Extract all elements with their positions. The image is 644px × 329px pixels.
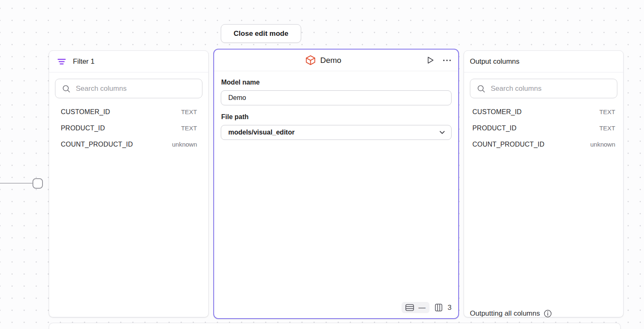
filter-panel-body: CUSTOMER_ID TEXT PRODUCT_ID TEXT COUNT_P…	[49, 79, 208, 323]
model-panel-body: Model name File path models/visual_edito…	[214, 71, 458, 318]
filter-search-input[interactable]	[76, 85, 195, 93]
model-panel-header[interactable]: Demo	[214, 50, 458, 71]
filter-lines-icon	[57, 58, 66, 65]
filter-panel-header[interactable]: Filter 1	[49, 51, 208, 72]
column-type: TEXT	[181, 125, 197, 132]
chevron-down-icon	[439, 130, 445, 135]
filter-panel-title: Filter 1	[73, 57, 95, 66]
output-column-list: CUSTOMER_ID TEXT PRODUCT_ID TEXT COUNT_P…	[464, 104, 623, 152]
output-columns-panel[interactable]: Output columns CUSTOMER_ID TEXT PRODUCT_…	[464, 50, 624, 317]
edge-connector-handle[interactable]	[32, 178, 43, 189]
row-count-group[interactable]: —	[402, 302, 429, 313]
column-row[interactable]: CUSTOMER_ID TEXT	[464, 104, 623, 120]
file-path-value: models/visual_editor	[228, 129, 295, 136]
file-path-select[interactable]: models/visual_editor	[221, 125, 452, 140]
model-name-input[interactable]	[221, 90, 452, 105]
close-edit-mode-button[interactable]: Close edit mode	[221, 24, 301, 43]
table-columns-icon	[435, 304, 442, 312]
column-type: unknown	[590, 141, 615, 148]
column-name: PRODUCT_ID	[61, 125, 105, 132]
play-icon[interactable]	[425, 55, 435, 65]
model-stats-bar: — 3	[402, 302, 452, 313]
column-row[interactable]: COUNT_PRODUCT_ID unknown	[49, 136, 208, 152]
output-footer: Outputting all columns	[470, 309, 552, 318]
search-icon	[477, 85, 485, 93]
column-name: CUSTOMER_ID	[61, 108, 110, 116]
table-rows-icon	[405, 304, 414, 311]
column-type: TEXT	[599, 108, 615, 115]
output-panel-body: CUSTOMER_ID TEXT PRODUCT_ID TEXT COUNT_P…	[464, 79, 623, 323]
cube-icon	[305, 55, 316, 66]
output-search-input[interactable]	[491, 85, 610, 93]
column-count-value: 3	[448, 304, 452, 312]
model-panel-title: Demo	[320, 56, 342, 65]
model-node-panel-selected[interactable]: Demo Model name File path models	[213, 49, 459, 319]
filter-column-list: CUSTOMER_ID TEXT PRODUCT_ID TEXT COUNT_P…	[49, 104, 208, 152]
model-name-label: Model name	[221, 79, 452, 86]
column-row[interactable]: PRODUCT_ID TEXT	[464, 120, 623, 136]
column-row[interactable]: PRODUCT_ID TEXT	[49, 120, 208, 136]
output-footer-text: Outputting all columns	[470, 309, 540, 318]
column-type: unknown	[172, 141, 197, 148]
model-title-group: Demo	[221, 55, 425, 66]
model-header-actions	[425, 55, 452, 65]
info-icon[interactable]	[544, 309, 552, 318]
filter-node-panel[interactable]: Filter 1 CUSTOMER_ID TEXT PRODUCT_ID TEX…	[49, 50, 209, 317]
partial-node-panel[interactable]	[49, 323, 621, 329]
ellipsis-menu-icon[interactable]	[442, 59, 452, 62]
column-type: TEXT	[599, 125, 615, 132]
column-name: PRODUCT_ID	[472, 125, 517, 132]
edge-connector-line	[0, 183, 32, 184]
row-count-value: —	[419, 304, 426, 311]
column-type: TEXT	[181, 108, 197, 115]
output-panel-title: Output columns	[470, 57, 519, 66]
output-search-box[interactable]	[470, 79, 617, 98]
column-row[interactable]: COUNT_PRODUCT_ID unknown	[464, 136, 623, 152]
column-row[interactable]: CUSTOMER_ID TEXT	[49, 104, 208, 120]
column-name: COUNT_PRODUCT_ID	[472, 141, 544, 148]
file-path-label: File path	[221, 113, 452, 121]
column-name: CUSTOMER_ID	[472, 108, 522, 116]
search-icon	[62, 85, 70, 93]
output-panel-header: Output columns	[464, 51, 623, 72]
filter-search-box[interactable]	[55, 79, 202, 98]
column-name: COUNT_PRODUCT_ID	[61, 141, 133, 148]
